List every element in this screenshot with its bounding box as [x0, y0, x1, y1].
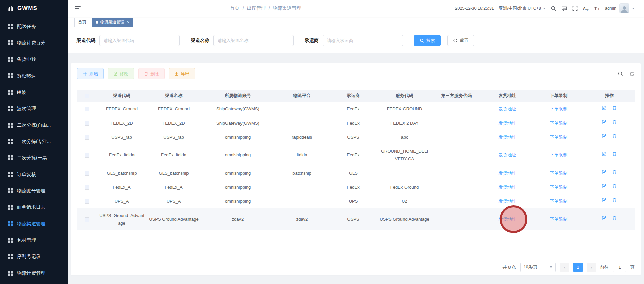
row-edit-icon[interactable] — [602, 134, 607, 139]
row-checkbox[interactable] — [85, 107, 89, 111]
row-checkbox[interactable] — [85, 135, 89, 140]
sidebar-item[interactable]: 物流计费百分... — [0, 35, 68, 51]
cell-carrier: USPS — [329, 208, 378, 230]
row-edit-icon[interactable] — [602, 105, 607, 110]
filter-input[interactable] — [213, 35, 294, 46]
row-edit-icon[interactable] — [602, 216, 607, 221]
order-limit-link[interactable]: 下单限制 — [550, 152, 568, 157]
order-limit-link[interactable]: 下单限制 — [550, 135, 568, 140]
sidebar-item[interactable]: 二次分拣(专注... — [0, 133, 68, 150]
font-size-icon[interactable]: TT — [594, 6, 600, 11]
table-refresh-icon[interactable] — [629, 71, 635, 77]
sidebar-item[interactable]: 订单复核 — [0, 166, 68, 183]
sidebar-item[interactable]: 配送任务 — [0, 18, 68, 35]
sidebar-item[interactable]: 物流渠道管理 — [0, 216, 68, 232]
sidebar-item[interactable]: 组波 — [0, 84, 68, 100]
add-button[interactable]: 新增 — [77, 68, 104, 79]
sidebar-item[interactable]: 序列号记录 — [0, 248, 68, 265]
order-limit-link[interactable]: 下单限制 — [550, 106, 568, 111]
tab[interactable]: 首页 × — [74, 18, 90, 27]
row-delete-icon[interactable] — [612, 120, 617, 125]
row-delete-icon[interactable] — [612, 170, 617, 175]
ship-address-link[interactable]: 发货地址 — [499, 121, 516, 126]
table-search-icon[interactable] — [618, 71, 623, 77]
tab[interactable]: 物流渠道管理 × — [92, 18, 133, 27]
order-limit-link[interactable]: 下单限制 — [550, 171, 568, 176]
breadcrumb-item[interactable]: 首页 — [230, 5, 244, 11]
reset-button[interactable]: 重置 — [447, 35, 474, 46]
logo-icon — [7, 5, 14, 12]
sidebar-item[interactable]: 二次分拣(自由... — [0, 117, 68, 133]
row-delete-icon[interactable] — [612, 105, 617, 110]
ship-address-link[interactable]: 发货地址 — [499, 217, 516, 222]
row-checkbox[interactable] — [85, 217, 89, 222]
order-limit-link[interactable]: 下单限制 — [550, 185, 568, 190]
cell-channel-name: GLS_batchship — [147, 166, 201, 180]
filter-input[interactable] — [99, 35, 180, 46]
ship-address-link[interactable]: 发货地址 — [499, 106, 516, 111]
sidebar-item[interactable]: 备货中转 — [0, 51, 68, 67]
row-edit-icon[interactable] — [602, 184, 607, 189]
row-delete-icon[interactable] — [612, 134, 617, 139]
cell-channel-name: FEDEX_2D — [147, 116, 201, 130]
ship-address-link[interactable]: 发货地址 — [499, 135, 516, 140]
sidebar-collapse-icon[interactable] — [75, 6, 81, 10]
ship-address-link[interactable]: 发货地址 — [499, 171, 516, 176]
sidebar-item[interactable]: 物流计费管理 — [0, 265, 68, 281]
translate-icon[interactable]: A文 — [583, 6, 589, 11]
goto-page-input[interactable] — [613, 263, 626, 272]
row-checkbox[interactable] — [85, 199, 89, 204]
page-1-button[interactable]: 1 — [573, 263, 583, 272]
select-all-checkbox[interactable] — [85, 94, 89, 98]
sidebar-item[interactable]: 波次管理 — [0, 100, 68, 117]
search-icon[interactable] — [551, 6, 556, 11]
timezone-select[interactable]: 亚洲/中国/北京 UTC+8 — [499, 6, 546, 11]
row-delete-icon[interactable] — [612, 198, 617, 203]
message-icon[interactable] — [561, 6, 567, 11]
breadcrumb-item[interactable]: 物流渠道管理 — [273, 5, 301, 11]
column-header: 操作 — [584, 90, 635, 102]
ship-address-link[interactable]: 发货地址 — [499, 152, 516, 157]
row-edit-icon[interactable] — [602, 198, 607, 203]
cell-platform: rapiddeals — [275, 130, 329, 144]
sidebar-item[interactable]: 拆柜转运 — [0, 67, 68, 84]
order-limit-link[interactable]: 下单限制 — [550, 121, 568, 126]
order-limit-link[interactable]: 下单限制 — [550, 217, 568, 222]
ship-address-link[interactable]: 发货地址 — [499, 185, 516, 190]
sidebar-item[interactable]: 二次分拣(一票... — [0, 150, 68, 166]
edit-button[interactable]: 修改 — [108, 68, 134, 79]
row-checkbox[interactable] — [85, 171, 89, 176]
cell-service-code: FedEx Ground — [378, 180, 431, 194]
order-limit-link[interactable]: 下单限制 — [550, 199, 568, 204]
column-header: 渠道代码 — [97, 90, 147, 102]
chevron-down-icon — [632, 8, 635, 9]
search-button[interactable]: 搜索 — [414, 35, 441, 46]
export-button[interactable]: 导出 — [169, 68, 195, 79]
row-edit-icon[interactable] — [602, 151, 607, 156]
row-delete-icon[interactable] — [612, 216, 617, 221]
delete-button[interactable]: 删除 — [138, 68, 165, 79]
page-size-select[interactable]: 10条/页 — [520, 263, 556, 272]
timezone-label: 亚洲/中国/北京 UTC+8 — [499, 6, 541, 11]
cell-logistics-account: omnishipping — [201, 130, 275, 144]
ship-address-link[interactable]: 发货地址 — [499, 199, 516, 204]
user-menu[interactable]: admin — [605, 3, 635, 13]
breadcrumb-item[interactable]: 出库管理 — [247, 5, 270, 11]
row-checkbox[interactable] — [85, 185, 89, 190]
table-row: FEDEX_2D FEDEX_2D ShipGateway(GWMS) FedE… — [77, 116, 635, 130]
sidebar-item[interactable]: 包材管理 — [0, 232, 68, 248]
filter-input[interactable] — [323, 35, 403, 46]
row-checkbox[interactable] — [85, 121, 89, 126]
row-delete-icon[interactable] — [612, 184, 617, 189]
row-checkbox[interactable] — [85, 153, 89, 158]
row-edit-icon[interactable] — [602, 170, 607, 175]
row-delete-icon[interactable] — [612, 151, 617, 156]
sidebar-item[interactable]: 面单请求日志 — [0, 199, 68, 216]
cell-third-party-code — [431, 144, 482, 166]
sidebar-item[interactable]: 物流账号管理 — [0, 183, 68, 199]
fullscreen-icon[interactable] — [572, 6, 578, 11]
tab-close-icon[interactable]: × — [127, 20, 130, 25]
prev-page-button[interactable]: ‹ — [560, 263, 569, 272]
row-edit-icon[interactable] — [602, 120, 607, 125]
next-page-button[interactable]: › — [587, 263, 596, 272]
